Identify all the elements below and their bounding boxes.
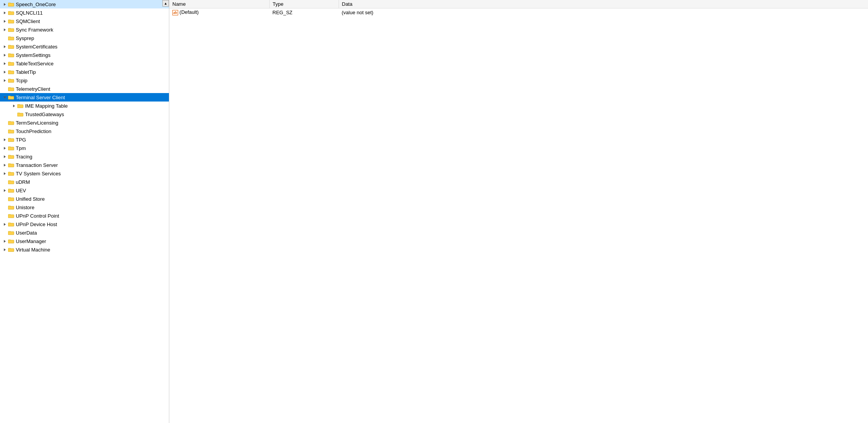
tree-item-tcpip[interactable]: Tcpip	[0, 76, 169, 85]
tree-item-label: UEV	[16, 188, 26, 193]
tree-item-sync-framework[interactable]: Sync Framework	[0, 25, 169, 34]
tree-item-telemetry-client[interactable]: TelemetryClient	[0, 85, 169, 93]
tree-item-label: UserManager	[16, 238, 46, 244]
collapse-icon[interactable]	[2, 94, 8, 100]
tree-item-label: SQMClient	[16, 18, 40, 24]
registry-data-cell: (value not set)	[339, 8, 868, 17]
expand-icon[interactable]	[2, 238, 8, 244]
folder-icon	[8, 145, 15, 151]
svg-rect-28	[8, 79, 10, 80]
expand-icon[interactable]	[2, 221, 8, 227]
svg-marker-14	[4, 45, 6, 48]
tree-item-transaction-server[interactable]: Transaction Server	[0, 161, 169, 169]
tree-item-user-manager[interactable]: UserManager	[0, 237, 169, 245]
svg-marker-77	[4, 248, 6, 251]
svg-marker-6	[4, 20, 6, 23]
expand-icon[interactable]	[11, 103, 17, 109]
tree-item-label: TelemetryClient	[16, 86, 50, 92]
tree-item-label: Sysprep	[16, 35, 34, 41]
tree-item-label: Speech_OneCore	[16, 2, 56, 7]
tree-item-sqlncli11[interactable]: SQLNCLI11	[0, 8, 169, 17]
tree-item-tpg[interactable]: TPG	[0, 135, 169, 144]
expand-icon[interactable]	[2, 77, 8, 83]
tree-item-tracing[interactable]: Tracing	[0, 152, 169, 161]
tree-item-tablet-tip[interactable]: TabletTip	[0, 68, 169, 76]
svg-rect-24	[8, 71, 14, 74]
registry-row[interactable]: ab(Default)REG_SZ(value not set)	[169, 8, 868, 17]
expand-icon[interactable]	[2, 60, 8, 67]
svg-marker-17	[4, 54, 6, 57]
tree-scroll-area[interactable]: Speech_OneCore SQLNCLI11 SQMClient Sync …	[0, 0, 169, 423]
tree-item-label: UPnP Control Point	[16, 213, 59, 219]
svg-rect-58	[8, 181, 14, 184]
registry-type-cell: REG_SZ	[269, 8, 339, 17]
svg-rect-54	[8, 163, 10, 164]
svg-rect-57	[8, 172, 10, 173]
expand-icon[interactable]	[2, 1, 8, 7]
folder-icon	[8, 1, 15, 7]
expand-icon[interactable]	[2, 10, 8, 16]
tree-item-label: Terminal Server Client	[16, 95, 65, 100]
expand-icon[interactable]	[2, 145, 8, 151]
tree-item-tv-system-services[interactable]: TV System Services	[0, 169, 169, 178]
folder-icon	[8, 196, 15, 202]
svg-rect-39	[8, 122, 14, 125]
svg-rect-21	[8, 62, 14, 65]
column-header-type[interactable]: Type	[269, 0, 339, 8]
column-header-data[interactable]: Data	[339, 0, 868, 8]
folder-icon	[8, 18, 15, 24]
svg-rect-40	[8, 121, 10, 122]
svg-rect-47	[8, 147, 14, 150]
tree-item-label: Unistore	[16, 205, 34, 210]
expand-icon[interactable]	[2, 187, 8, 193]
tree-item-user-data[interactable]: UserData	[0, 228, 169, 237]
tree-item-unistore[interactable]: Unistore	[0, 203, 169, 212]
tree-item-termserv-licensing[interactable]: TermServLicensing	[0, 118, 169, 127]
svg-marker-9	[4, 28, 6, 31]
folder-icon	[8, 179, 15, 185]
tree-item-uev[interactable]: UEV	[0, 186, 169, 195]
expand-icon[interactable]	[2, 170, 8, 177]
tree-item-upnp-device-host[interactable]: UPnP Device Host	[0, 220, 169, 228]
expand-icon[interactable]	[2, 52, 8, 58]
expand-icon[interactable]	[2, 153, 8, 160]
tree-item-virtual-machine[interactable]: Virtual Machine	[0, 245, 169, 254]
svg-marker-23	[4, 71, 6, 73]
tree-item-label: Unified Store	[16, 196, 45, 202]
tree-item-system-settings[interactable]: SystemSettings	[0, 51, 169, 59]
svg-rect-7	[8, 20, 14, 23]
tree-item-tpm[interactable]: Tpm	[0, 144, 169, 152]
expand-icon[interactable]	[2, 27, 8, 33]
column-header-name[interactable]: Name	[169, 0, 269, 8]
svg-rect-29	[8, 88, 14, 91]
tree-item-system-certificates[interactable]: SystemCertificates	[0, 42, 169, 51]
svg-rect-32	[8, 96, 14, 99]
expand-icon[interactable]	[2, 18, 8, 24]
tree-item-sqmclient[interactable]: SQMClient	[0, 17, 169, 25]
svg-rect-41	[8, 130, 14, 133]
tree-item-udrm[interactable]: uDRM	[0, 178, 169, 186]
expand-icon[interactable]	[2, 43, 8, 50]
expand-icon[interactable]	[2, 69, 8, 75]
tree-item-upnp-control-point[interactable]: UPnP Control Point	[0, 212, 169, 220]
tree-item-unified-store[interactable]: Unified Store	[0, 195, 169, 203]
tree-item-touch-prediction[interactable]: TouchPrediction	[0, 127, 169, 135]
table-header-row: Name Type Data	[169, 0, 868, 8]
expand-icon[interactable]	[2, 162, 8, 168]
folder-icon	[8, 170, 15, 177]
expand-icon[interactable]	[2, 246, 8, 253]
svg-rect-13	[8, 37, 10, 37]
tree-item-table-text-service[interactable]: TableTextService	[0, 59, 169, 68]
expand-icon[interactable]	[2, 137, 8, 143]
tree-item-sysprep[interactable]: Sysprep	[0, 34, 169, 42]
tree-item-speech-onecore[interactable]: Speech_OneCore	[0, 0, 169, 8]
svg-rect-48	[8, 147, 10, 147]
svg-rect-61	[8, 189, 14, 192]
scroll-up-button[interactable]: ▲	[162, 0, 169, 7]
folder-icon	[17, 111, 24, 117]
tree-item-terminal-server-client[interactable]: Terminal Server Client	[0, 93, 169, 102]
registry-name-text: (Default)	[180, 9, 199, 15]
tree-item-ime-mapping-table[interactable]: IME Mapping Table	[0, 102, 169, 110]
folder-icon	[8, 60, 15, 67]
tree-item-trusted-gateways[interactable]: TrustedGateways	[0, 110, 169, 118]
